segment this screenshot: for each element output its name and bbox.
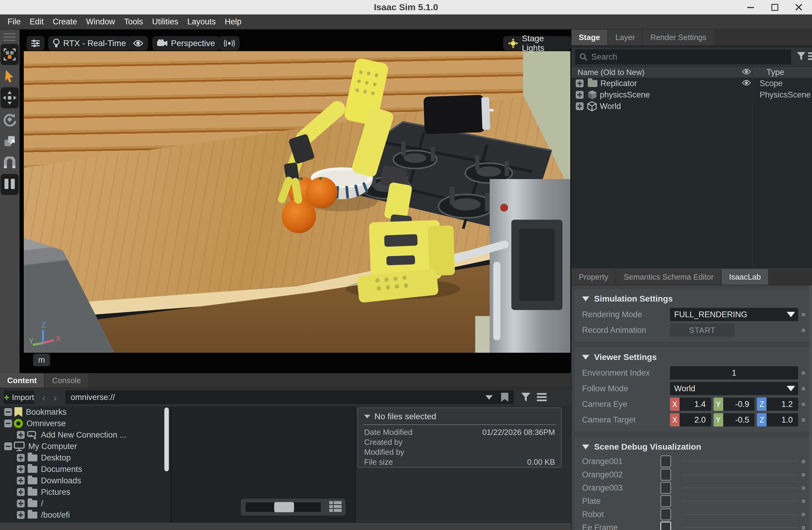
camera-target-z[interactable]: 1.0 bbox=[767, 413, 798, 427]
tree-item-desktop[interactable]: Desktop bbox=[0, 452, 170, 463]
orange002-checkbox[interactable] bbox=[660, 469, 671, 481]
select-tool[interactable] bbox=[1, 66, 19, 87]
tab-semantics-schema-editor[interactable]: Semantics Schema Editor bbox=[617, 269, 721, 285]
menu-window[interactable]: Window bbox=[82, 17, 119, 27]
reset-dot[interactable] bbox=[802, 526, 805, 529]
reset-dot[interactable] bbox=[802, 486, 805, 490]
ee-frame-checkbox[interactable] bbox=[660, 521, 671, 530]
rendering-mode-dropdown[interactable]: FULL_RENDERING bbox=[670, 308, 798, 321]
tree-item-documents[interactable]: Documents bbox=[0, 463, 170, 475]
content-filter-button[interactable] bbox=[521, 392, 531, 402]
chevron-down-icon[interactable] bbox=[787, 386, 795, 391]
stage-column-headers[interactable]: Name (Old to New) Type bbox=[571, 67, 812, 78]
visibility-button[interactable] bbox=[128, 36, 148, 51]
stage-row-world[interactable]: World bbox=[571, 101, 812, 112]
camera-button[interactable]: Perspective bbox=[152, 36, 220, 51]
start-button[interactable]: START bbox=[670, 324, 735, 337]
pause-button[interactable] bbox=[1, 174, 19, 195]
tree-item-omniverse[interactable]: Omniverse bbox=[0, 418, 170, 429]
orange001-checkbox[interactable] bbox=[660, 455, 671, 468]
back-button[interactable]: ‹ bbox=[42, 391, 45, 403]
menu-help[interactable]: Help bbox=[220, 17, 246, 27]
reset-dot[interactable] bbox=[802, 418, 805, 422]
robot-checkbox[interactable] bbox=[660, 508, 671, 520]
tab-isaaclab[interactable]: IsaacLab bbox=[722, 269, 768, 285]
reset-dot[interactable] bbox=[802, 403, 805, 406]
rotate-tool[interactable] bbox=[1, 109, 19, 130]
collapse-icon[interactable] bbox=[4, 419, 12, 427]
path-input[interactable] bbox=[70, 392, 481, 402]
slider-handle[interactable] bbox=[274, 502, 294, 512]
simulation-settings-header[interactable]: Simulation Settings bbox=[574, 290, 809, 307]
stage-lights-button[interactable]: Stage Lights bbox=[503, 36, 571, 51]
file-grid[interactable] bbox=[172, 406, 354, 522]
scale-tool[interactable] bbox=[1, 131, 19, 152]
collapse-icon[interactable] bbox=[4, 408, 12, 416]
menu-create[interactable]: Create bbox=[48, 17, 82, 27]
follow-mode-dropdown[interactable]: World bbox=[670, 382, 798, 395]
camera-eye-z[interactable]: 1.2 bbox=[767, 398, 798, 411]
tree-item-my-computer[interactable]: My Computer bbox=[0, 441, 170, 452]
selection-header[interactable]: No files selected bbox=[358, 408, 561, 424]
reset-dot[interactable] bbox=[802, 371, 805, 375]
expand-icon[interactable] bbox=[17, 454, 25, 462]
expand-icon[interactable] bbox=[576, 91, 583, 99]
reset-dot[interactable] bbox=[802, 387, 805, 390]
grid-view-icon[interactable] bbox=[329, 501, 343, 513]
stage-options-button[interactable] bbox=[808, 52, 812, 60]
column-type[interactable]: Type bbox=[767, 68, 784, 77]
toolbar-grip[interactable] bbox=[4, 33, 16, 41]
tab-stage[interactable]: Stage bbox=[571, 29, 607, 45]
viewport[interactable]: RTX - Real-Time Perspective bbox=[20, 29, 571, 373]
forward-button[interactable]: › bbox=[53, 391, 57, 403]
tab-layer[interactable]: Layer bbox=[608, 29, 642, 45]
environment-index-field[interactable]: 1 bbox=[670, 366, 798, 379]
expand-icon[interactable] bbox=[17, 488, 25, 496]
tab-property[interactable]: Property bbox=[571, 269, 615, 285]
expand-icon[interactable] bbox=[576, 102, 583, 110]
reset-dot[interactable] bbox=[802, 329, 805, 332]
minimize-icon[interactable] bbox=[745, 2, 756, 13]
tab-render-settings[interactable]: Render Settings bbox=[643, 29, 714, 45]
plate-checkbox[interactable] bbox=[660, 495, 671, 507]
reset-dot[interactable] bbox=[802, 500, 805, 503]
menu-file[interactable]: File bbox=[3, 17, 25, 27]
stage-row-replicator[interactable]: Replicator Scope bbox=[571, 78, 812, 89]
reset-dot[interactable] bbox=[802, 460, 805, 463]
camera-eye-y[interactable]: -0.9 bbox=[723, 398, 755, 411]
visibility-eye-icon[interactable] bbox=[742, 79, 751, 88]
expand-icon[interactable] bbox=[576, 80, 583, 87]
capture-button[interactable] bbox=[219, 36, 240, 51]
unit-label[interactable]: m bbox=[33, 354, 50, 366]
viewport-render[interactable] bbox=[24, 51, 570, 353]
panel-scrollbar[interactable] bbox=[809, 285, 812, 530]
viewer-settings-header[interactable]: Viewer Settings bbox=[574, 349, 809, 365]
reset-dot[interactable] bbox=[802, 313, 805, 316]
expand-icon[interactable] bbox=[17, 431, 25, 439]
menu-utilities[interactable]: Utilities bbox=[147, 17, 183, 27]
tree-item-bookmarks[interactable]: Bookmarks bbox=[0, 406, 170, 418]
import-button[interactable]: + Import bbox=[4, 390, 34, 404]
camera-target-x[interactable]: 2.0 bbox=[680, 413, 711, 427]
snap-tool[interactable] bbox=[1, 152, 19, 173]
expand-icon[interactable] bbox=[17, 500, 25, 507]
column-name[interactable]: Name (Old to New) bbox=[571, 68, 740, 77]
tree-item-root[interactable]: / bbox=[0, 498, 170, 509]
maximize-icon[interactable] bbox=[769, 2, 780, 13]
reset-dot[interactable] bbox=[802, 513, 805, 516]
move-tool[interactable] bbox=[1, 87, 19, 108]
select-mode-tool[interactable] bbox=[1, 44, 19, 65]
tree-item-add-new-connection[interactable]: Add New Connection ... bbox=[0, 429, 170, 441]
collapse-icon[interactable] bbox=[4, 442, 12, 450]
tree-item-downloads[interactable]: Downloads bbox=[0, 475, 170, 486]
expand-icon[interactable] bbox=[17, 465, 25, 473]
tab-console[interactable]: Console bbox=[45, 373, 88, 388]
bookmark-toggle-icon[interactable] bbox=[501, 393, 508, 403]
close-icon[interactable] bbox=[793, 2, 804, 13]
expand-icon[interactable] bbox=[17, 511, 25, 519]
tree-scrollbar[interactable] bbox=[164, 407, 169, 471]
viewport-settings-button[interactable] bbox=[27, 36, 45, 51]
camera-eye-x[interactable]: 1.4 bbox=[680, 398, 711, 411]
render-mode-button[interactable]: RTX - Real-Time bbox=[48, 36, 131, 51]
menu-tools[interactable]: Tools bbox=[119, 17, 147, 27]
